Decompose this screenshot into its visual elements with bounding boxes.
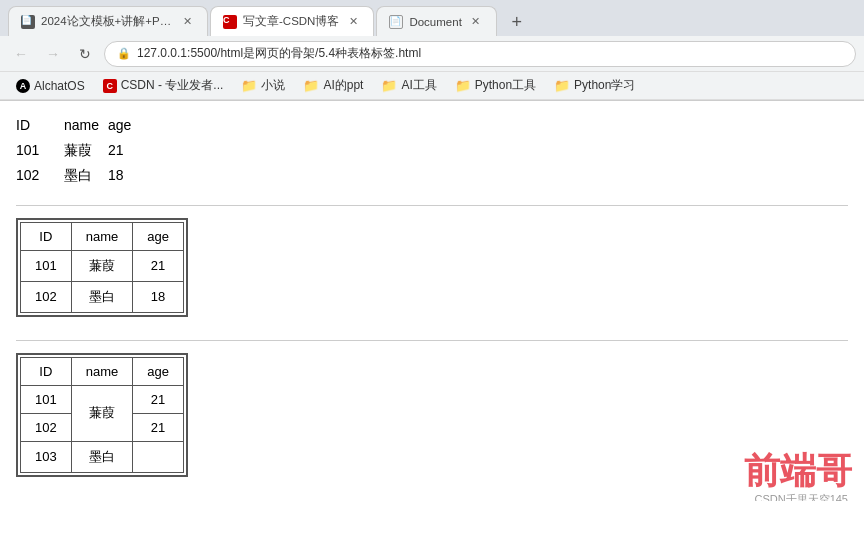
bordered-r2-name: 墨白 [71,281,133,312]
bookmark-aippt[interactable]: 📁 AI的ppt [295,75,371,96]
bordered-r1-name: 蒹葭 [71,250,133,281]
bordered-r2-id: 102 [21,281,72,312]
tab-2[interactable]: C 写文章-CSDN博客 ✕ [210,6,374,36]
plain-row-1: 101 蒹葭 21 [16,138,848,163]
rowspan-r1-name: 蒹葭 [71,385,133,441]
tab-3-close[interactable]: ✕ [468,14,484,30]
bordered-header-row: ID name age [21,222,184,250]
bordered-table: ID name age 101 蒹葭 21 102 墨白 18 [20,222,184,313]
tab-bar: 📄 2024论文模板+讲解+PPT模板+… ✕ C 写文章-CSDN博客 ✕ 📄… [0,0,864,36]
rowspan-r3-name: 墨白 [71,441,133,472]
plain-header-name: name [64,113,100,138]
bookmarks-bar: A AlchatOS C CSDN - 专业发者... 📁 小说 📁 AI的pp… [0,72,864,100]
rowspan-r3-age [133,441,184,472]
python-tool-folder-icon: 📁 [455,78,471,93]
forward-button[interactable]: → [40,41,66,67]
address-bar[interactable]: 🔒 127.0.0.1:5500/html是网页的骨架/5.4种表格标签.htm… [104,41,856,67]
plain-row2-id: 102 [16,163,56,188]
plain-table-section: ID name age 101 蒹葭 21 102 墨白 18 [16,113,848,189]
novel-folder-icon: 📁 [241,78,257,93]
bookmark-aitool-label: AI工具 [401,77,436,94]
plain-row2-name: 墨白 [64,163,100,188]
tab-3[interactable]: 📄 Document ✕ [376,6,496,36]
browser-chrome: 📄 2024论文模板+讲解+PPT模板+… ✕ C 写文章-CSDN博客 ✕ 📄… [0,0,864,101]
refresh-button[interactable]: ↻ [72,41,98,67]
rowspan-header-age: age [133,357,184,385]
rowspan-row-3: 103 墨白 [21,441,184,472]
plain-row2-age: 18 [108,163,138,188]
plain-header-age: age [108,113,138,138]
plain-header-row: ID name age [16,113,848,138]
bookmark-novel[interactable]: 📁 小说 [233,75,293,96]
bookmark-aitool[interactable]: 📁 AI工具 [373,75,444,96]
address-text: 127.0.0.1:5500/html是网页的骨架/5.4种表格标签.html [137,45,843,62]
page-content: ID name age 101 蒹葭 21 102 墨白 18 ID name … [0,101,864,501]
tab-1-favicon: 📄 [21,15,35,29]
bookmark-alchat-label: AlchatOS [34,79,85,93]
aitool-folder-icon: 📁 [381,78,397,93]
plain-row-2: 102 墨白 18 [16,163,848,188]
tab-2-close[interactable]: ✕ [345,14,361,30]
rowspan-r2-id: 102 [21,413,72,441]
rowspan-table: ID name age 101 蒹葭 21 102 21 103 墨白 [20,357,184,473]
bordered-r2-age: 18 [133,281,184,312]
rowspan-header-id: ID [21,357,72,385]
bordered-header-name: name [71,222,133,250]
alchat-icon: A [16,79,30,93]
tab-1-close[interactable]: ✕ [179,14,195,30]
bookmark-csdn-label: CSDN - 专业发者... [121,77,224,94]
bordered-table-wrapper: ID name age 101 蒹葭 21 102 墨白 18 [16,218,188,317]
nav-bar: ← → ↻ 🔒 127.0.0.1:5500/html是网页的骨架/5.4种表格… [0,36,864,72]
plain-row1-name: 蒹葭 [64,138,100,163]
rowspan-row-1: 101 蒹葭 21 [21,385,184,413]
bordered-row-2: 102 墨白 18 [21,281,184,312]
plain-row1-id: 101 [16,138,56,163]
aippt-folder-icon: 📁 [303,78,319,93]
bookmark-aippt-label: AI的ppt [323,77,363,94]
bookmark-python-study[interactable]: 📁 Python学习 [546,75,643,96]
bordered-header-age: age [133,222,184,250]
bordered-r1-age: 21 [133,250,184,281]
rowspan-header-name: name [71,357,133,385]
watermark-sub: CSDN千里天空145 [754,492,848,501]
bordered-row-1: 101 蒹葭 21 [21,250,184,281]
rowspan-r3-id: 103 [21,441,72,472]
bookmark-csdn[interactable]: C CSDN - 专业发者... [95,75,232,96]
address-lock-icon: 🔒 [117,47,131,60]
bookmark-python-tool-label: Python工具 [475,77,536,94]
rowspan-r1-id: 101 [21,385,72,413]
rowspan-table-wrapper: ID name age 101 蒹葭 21 102 21 103 墨白 [16,353,188,477]
python-study-folder-icon: 📁 [554,78,570,93]
bookmark-alchat[interactable]: A AlchatOS [8,77,93,95]
divider-1 [16,205,848,206]
plain-row1-age: 21 [108,138,138,163]
new-tab-button[interactable]: + [503,8,531,36]
tab-3-favicon: 📄 [389,15,403,29]
tab-1-title: 2024论文模板+讲解+PPT模板+… [41,14,173,29]
tab-1[interactable]: 📄 2024论文模板+讲解+PPT模板+… ✕ [8,6,208,36]
rowspan-header-row: ID name age [21,357,184,385]
tab-2-title: 写文章-CSDN博客 [243,14,339,29]
divider-2 [16,340,848,341]
bordered-header-id: ID [21,222,72,250]
tab-2-favicon: C [223,15,237,29]
back-button[interactable]: ← [8,41,34,67]
csdn-icon: C [103,79,117,93]
bordered-r1-id: 101 [21,250,72,281]
bookmark-python-tool[interactable]: 📁 Python工具 [447,75,544,96]
watermark-text: 前端哥 [744,453,852,489]
plain-header-id: ID [16,113,56,138]
bookmark-novel-label: 小说 [261,77,285,94]
rowspan-r2-age: 21 [133,413,184,441]
rowspan-r1-age: 21 [133,385,184,413]
bookmark-python-study-label: Python学习 [574,77,635,94]
tab-3-title: Document [409,16,461,28]
